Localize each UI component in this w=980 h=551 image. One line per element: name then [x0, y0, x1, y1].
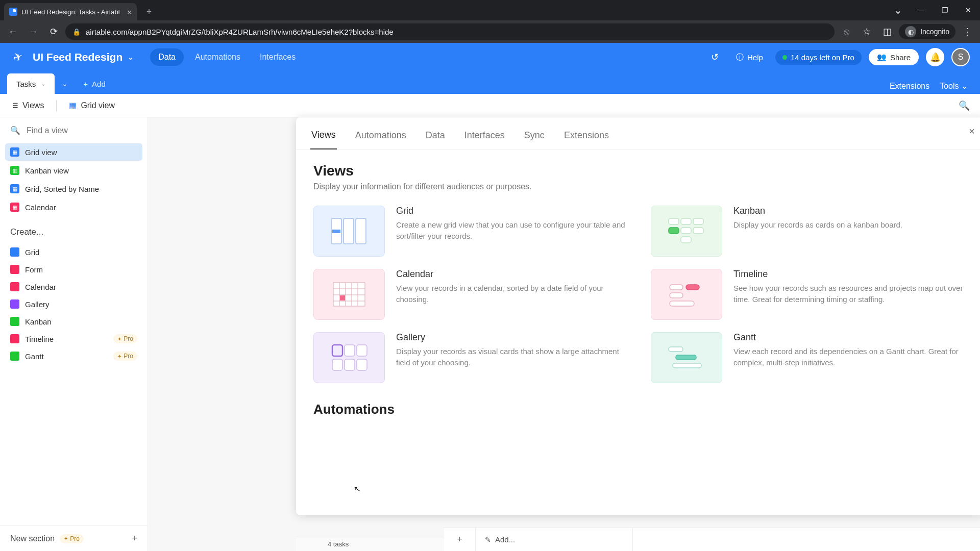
table-tabs-dropdown[interactable]: ⌄ — [55, 73, 75, 94]
incognito-indicator[interactable]: ◐ Incognito — [899, 24, 955, 39]
table-tab-tasks[interactable]: Tasks ⌄ — [7, 73, 55, 94]
modal-body[interactable]: ▴ ▾ Views Display your information for d… — [296, 149, 980, 515]
create-form[interactable]: Form — [5, 261, 142, 278]
add-record-button[interactable]: + — [444, 528, 476, 551]
sidebar-view-grid-sorted[interactable]: ▦ Grid, Sorted by Name — [5, 180, 142, 197]
tab-data[interactable]: Data — [150, 48, 184, 66]
view-label: Kanban view — [25, 166, 69, 175]
find-view-input[interactable]: 🔍 Find a view — [6, 122, 141, 138]
current-view-label: Grid view — [81, 101, 115, 110]
create-gantt[interactable]: Gantt Pro — [5, 347, 142, 365]
svg-rect-2 — [356, 218, 366, 244]
card-title: Calendar — [396, 269, 630, 280]
close-window-icon[interactable]: ✕ — [957, 0, 980, 20]
section-title: Views — [313, 163, 968, 179]
tab-automations[interactable]: Automations — [187, 48, 249, 66]
modal-tab-sync[interactable]: Sync — [523, 125, 546, 149]
svg-rect-19 — [340, 295, 345, 300]
base-name-dropdown[interactable]: UI Feed Redesign ⌄ — [33, 51, 134, 63]
svg-rect-24 — [332, 345, 342, 356]
reload-icon[interactable]: ⟳ — [45, 23, 62, 40]
svg-rect-4 — [669, 218, 679, 224]
create-kanban[interactable]: Kanban — [5, 313, 142, 330]
grid-area: Assignee 🔔 ⌄ 📅 Views Automations Data In… — [148, 117, 980, 551]
modal-tab-automations[interactable]: Automations — [354, 125, 407, 149]
create-label: Timeline — [25, 335, 54, 343]
card-title: Grid — [396, 206, 630, 216]
card-calendar[interactable]: Calendar View your records in a calendar… — [313, 269, 630, 320]
close-tab-icon[interactable]: × — [127, 8, 132, 16]
create-label: Grid — [25, 248, 39, 257]
tab-interfaces[interactable]: Interfaces — [252, 48, 304, 66]
trial-badge[interactable]: 14 days left on Pro — [775, 50, 862, 65]
grid-footer: + ✎ Add... 4 tasks — [296, 537, 980, 551]
card-title: Timeline — [733, 269, 968, 280]
bookmark-icon[interactable]: ☆ — [858, 23, 875, 40]
grid-icon — [10, 247, 19, 257]
svg-rect-29 — [357, 359, 367, 370]
svg-rect-30 — [669, 347, 683, 352]
gantt-icon — [10, 352, 19, 361]
kebab-menu-icon[interactable]: ⋮ — [959, 23, 976, 40]
sidebar-view-calendar[interactable]: ▦ Calendar — [5, 198, 142, 216]
chevron-down-icon: ⌄ — [961, 82, 968, 90]
views-sidebar-toggle[interactable]: ☰ Views — [7, 98, 49, 113]
eye-blocked-icon[interactable]: ⦸ — [838, 23, 855, 40]
card-desc: See how your records such as resources a… — [733, 283, 968, 305]
tools-dropdown[interactable]: Tools ⌄ — [940, 81, 968, 91]
modal-tab-extensions[interactable]: Extensions — [563, 125, 610, 149]
help-label: Help — [747, 53, 763, 62]
help-button[interactable]: ⓘ Help — [731, 49, 768, 65]
tabs-dropdown-icon[interactable]: ⌄ — [886, 0, 910, 20]
side-panel-icon[interactable]: ◫ — [878, 23, 896, 40]
card-kanban[interactable]: Kanban Display your records as cards on … — [651, 206, 968, 257]
notifications-button[interactable]: 🔔 — [926, 48, 944, 66]
create-timeline[interactable]: Timeline Pro — [5, 330, 142, 347]
create-calendar[interactable]: Calendar — [5, 278, 142, 295]
svg-rect-10 — [681, 237, 691, 243]
create-grid[interactable]: Grid — [5, 243, 142, 261]
new-section-button[interactable]: New section Pro + — [0, 525, 148, 551]
close-icon[interactable]: × — [969, 126, 975, 137]
current-view-dropdown[interactable]: ▦ Grid view — [64, 97, 120, 113]
add-menu-button[interactable]: ✎ Add... — [476, 535, 524, 544]
user-avatar[interactable]: S — [951, 48, 970, 66]
chevron-down-icon: ⌄ — [128, 53, 134, 61]
browser-titlebar: UI Feed Redesign: Tasks - Airtabl × + ⌄ … — [0, 0, 980, 20]
count-label: 4 tasks — [328, 540, 349, 548]
modal-tab-data[interactable]: Data — [425, 125, 446, 149]
create-gallery[interactable]: Gallery — [5, 295, 142, 313]
card-gantt[interactable]: Gantt View each record and its dependenc… — [651, 332, 968, 383]
history-icon[interactable]: ↺ — [706, 48, 724, 66]
add-label: Add... — [495, 535, 515, 544]
back-icon[interactable]: ← — [4, 23, 21, 40]
new-tab-button[interactable]: + — [142, 5, 156, 19]
search-icon[interactable]: 🔍 — [959, 100, 970, 111]
sidebar-view-grid[interactable]: ▦ Grid view — [5, 143, 142, 161]
svg-rect-21 — [686, 285, 699, 290]
views-label: Views — [22, 101, 44, 110]
grid-thumb-icon — [313, 206, 385, 257]
svg-rect-9 — [693, 228, 703, 234]
modal-tab-interfaces[interactable]: Interfaces — [463, 125, 506, 149]
form-icon — [10, 265, 19, 274]
airtable-logo-icon[interactable]: ✈ — [8, 47, 28, 67]
add-table-button[interactable]: + Add — [75, 73, 113, 94]
svg-rect-3 — [332, 230, 340, 233]
view-toolbar: ☰ Views ▦ Grid view 🔍 — [0, 94, 980, 117]
minimize-icon[interactable]: ― — [910, 0, 933, 20]
calendar-thumb-icon — [313, 269, 385, 320]
plus-icon: + — [132, 533, 137, 544]
share-button[interactable]: 👥 Share — [869, 49, 919, 65]
browser-tab[interactable]: UI Feed Redesign: Tasks - Airtabl × — [4, 3, 137, 20]
card-title: Gantt — [733, 332, 968, 343]
sidebar-view-kanban[interactable]: ▥ Kanban view — [5, 162, 142, 179]
card-gallery[interactable]: Gallery Display your records as visual c… — [313, 332, 630, 383]
svg-rect-5 — [681, 218, 691, 224]
address-bar[interactable]: 🔒 airtable.com/appnB2PYqtdgiMrZG/tbliXpR… — [65, 23, 835, 40]
maximize-icon[interactable]: ❐ — [933, 0, 957, 20]
card-grid[interactable]: Grid Create a new grid view that you can… — [313, 206, 630, 257]
modal-tab-views[interactable]: Views — [310, 124, 337, 149]
extensions-link[interactable]: Extensions — [890, 82, 929, 91]
card-timeline[interactable]: Timeline See how your records such as re… — [651, 269, 968, 320]
